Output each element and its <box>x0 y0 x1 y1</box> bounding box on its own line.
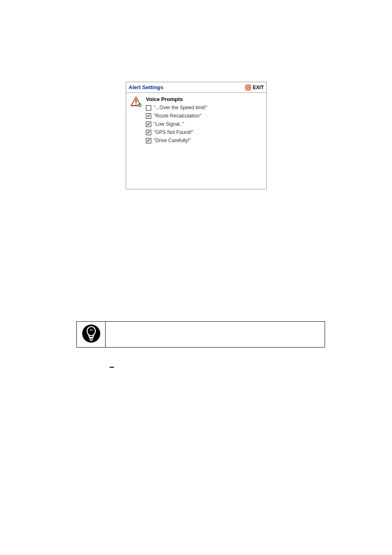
svg-point-2 <box>248 87 249 88</box>
checkbox-row: "Low Signal.." <box>146 121 262 127</box>
lightbulb-icon <box>82 324 101 345</box>
checkbox-row: "Route Recalculation" <box>146 113 262 119</box>
alert-settings-panel: Alert Settings EXIT Voic <box>126 82 267 189</box>
svg-point-8 <box>82 325 100 343</box>
tip-box <box>76 321 325 348</box>
tip-icon-cell <box>77 322 106 347</box>
svg-point-7 <box>138 104 142 107</box>
checkbox-speed-limit[interactable] <box>146 105 151 111</box>
panel-title: Alert Settings <box>129 84 164 90</box>
checkbox-label: "...Over the Speed limit!" <box>154 105 208 111</box>
checkbox-drive-carefully[interactable] <box>146 138 151 143</box>
exit-label: EXIT <box>253 85 264 90</box>
exit-icon <box>245 85 251 90</box>
svg-rect-5 <box>136 99 137 103</box>
voice-prompts-heading: Voice Prompts <box>146 96 262 102</box>
dash-mark: – <box>109 362 114 372</box>
checkbox-low-signal[interactable] <box>146 122 151 127</box>
tip-content <box>106 322 325 347</box>
checkbox-row: "...Over the Speed limit!" <box>146 105 262 111</box>
voice-prompts-section: Voice Prompts "...Over the Speed limit!"… <box>146 96 262 146</box>
checkbox-gps-not-found[interactable] <box>146 130 151 135</box>
checkbox-route-recalculation[interactable] <box>146 113 151 119</box>
exit-button[interactable]: EXIT <box>245 85 264 90</box>
checkbox-row: "Drive Carefully!" <box>146 138 262 143</box>
panel-header: Alert Settings EXIT <box>126 82 266 93</box>
checkbox-label: "Route Recalculation" <box>154 113 201 119</box>
checkbox-label: "GPS Not Found!" <box>154 129 194 135</box>
checkbox-row: "GPS Not Found!" <box>146 129 262 135</box>
checkbox-label: "Drive Carefully!" <box>154 138 191 143</box>
alert-warning-icon <box>130 96 142 108</box>
panel-body: Voice Prompts "...Over the Speed limit!"… <box>126 93 266 149</box>
svg-point-6 <box>135 103 136 104</box>
checkbox-label: "Low Signal.." <box>154 121 184 127</box>
